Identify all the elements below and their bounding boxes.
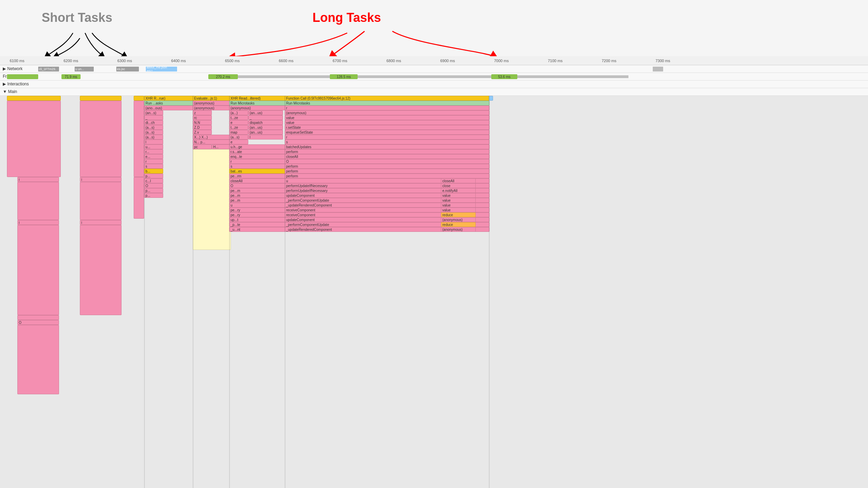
frames-bar [7, 74, 38, 79]
call-frame: perform [285, 164, 490, 169]
short-tasks-annotation: Short Tasks [42, 10, 112, 25]
call-frame: r [144, 159, 163, 164]
call-frame: (anonymous) [285, 110, 490, 115]
vertical-separator [193, 96, 193, 488]
long-tasks-annotation: Long Tasks [312, 10, 381, 25]
call-frame: r [285, 135, 490, 140]
call-frame: closeAll [441, 178, 476, 183]
call-frame: (anonymous) [441, 217, 476, 222]
main-label: ▼ Main [3, 89, 17, 94]
call-frame [80, 182, 122, 220]
call-frame [80, 101, 122, 177]
call-frame: Z.v [193, 130, 212, 135]
call-frame: (anonymous) [193, 106, 231, 110]
call-frame: (an...us) [248, 125, 283, 130]
call-frame: reduce [441, 212, 476, 217]
call-frame: batchedUpdates [285, 144, 490, 149]
call-frame: value [441, 203, 476, 208]
call-frame: p... [144, 188, 163, 193]
network-bar: u un... [75, 67, 94, 71]
call-frame [17, 315, 59, 320]
call-frame: perform [285, 169, 490, 174]
call-frame: value [441, 198, 476, 203]
call-frame: l [144, 140, 163, 144]
call-frame: i [80, 220, 122, 225]
ruler-tick: 6900 ms [440, 59, 455, 63]
call-frame: H... [212, 144, 231, 149]
interactions-row: ▶ Interactions [0, 81, 868, 88]
frames-bar: 53.6 ms [491, 74, 517, 79]
call-frame: i [17, 220, 59, 225]
call-frame: (an...us) [248, 110, 283, 115]
call-frame: (an...s) [144, 110, 163, 115]
call-frame: Z.D [193, 125, 212, 130]
call-frame: value [285, 115, 490, 120]
network-bar: cli_1FTm29. [38, 67, 59, 71]
timeline-ruler: 6100 ms6200 ms6300 ms6400 ms6500 ms6600 … [0, 56, 868, 65]
call-frame [7, 101, 61, 177]
call-frame: O [144, 183, 163, 188]
call-frame: pc [193, 144, 212, 149]
call-frame: r.setState [285, 125, 490, 130]
call-frame: enqueueSetState [285, 130, 490, 135]
call-frame: t...ze [229, 125, 248, 130]
call-frame [7, 96, 61, 101]
vertical-separator [144, 96, 145, 488]
call-frame [17, 182, 59, 220]
frames-row: Frames 4.7 ms 71.9 ms270.2 ms128.5 ms53.… [0, 73, 868, 81]
call-frame: closeAll [285, 154, 490, 159]
call-frame: O [285, 159, 490, 164]
network-bar: about_me.json api.t... [146, 67, 177, 71]
ruler-tick: 7200 ms [602, 59, 616, 63]
call-frame [17, 325, 59, 394]
call-frame [134, 101, 144, 177]
call-frame [134, 177, 144, 219]
call-frame: r [285, 106, 490, 110]
call-frame: c...l [144, 178, 163, 183]
call-frame: Evaluate...js:1) [193, 96, 231, 101]
call-frame: _ [144, 115, 163, 120]
call-frame: di...ch [144, 120, 163, 125]
call-frame: reduce [441, 222, 476, 227]
network-label: ▶ Network [3, 66, 23, 71]
ruler-tick: 7000 ms [494, 59, 509, 63]
call-frame: p... [144, 174, 163, 178]
main-triangle: ▼ [3, 89, 7, 94]
ruler-tick: 6800 ms [386, 59, 401, 63]
call-frame: e.notifyAll [441, 188, 476, 193]
call-frame: perform [285, 174, 490, 178]
ruler-tick: 6300 ms [117, 59, 132, 63]
call-frame: i [17, 177, 59, 182]
interactions-label: ▶ Interactions [3, 82, 29, 86]
ruler-tick: 6200 ms [64, 59, 78, 63]
call-frame: b... [144, 169, 163, 174]
call-frame: (a...s) [144, 135, 163, 140]
call-frame: (anonymous) [441, 227, 476, 232]
call-frame: u... [144, 144, 163, 149]
main-content: iiOiiXHR R...rue)Run ...asks(ano...ous)(… [0, 96, 868, 488]
network-bar: es.jsc [116, 67, 139, 71]
frames-bar: 128.5 ms [330, 74, 358, 79]
call-frame: (a...s) [144, 130, 163, 135]
call-frame [134, 96, 144, 101]
ruler-tick: 6500 ms [225, 59, 240, 63]
call-frame: z [193, 110, 212, 115]
call-frame: (anonymous) [193, 101, 231, 106]
call-frame: N.N [193, 120, 212, 125]
call-frame [80, 96, 122, 101]
call-frame: (an...us) [248, 130, 283, 135]
call-frame: p... [144, 193, 163, 198]
call-frame: dispatch [248, 120, 283, 125]
call-frame: (a...s) [229, 135, 248, 140]
call-frame: e [229, 120, 248, 125]
call-frame: e... [144, 154, 163, 159]
ruler-tick: 6700 ms [333, 59, 347, 63]
vertical-separator [285, 96, 285, 488]
call-frame: s [144, 164, 163, 169]
call-frame: l [248, 135, 283, 140]
call-frame: value [441, 193, 476, 198]
call-frame: value [441, 208, 476, 212]
call-frame: rc [193, 115, 212, 120]
ruler-tick: 7300 ms [656, 59, 670, 63]
vertical-separator [489, 96, 490, 488]
